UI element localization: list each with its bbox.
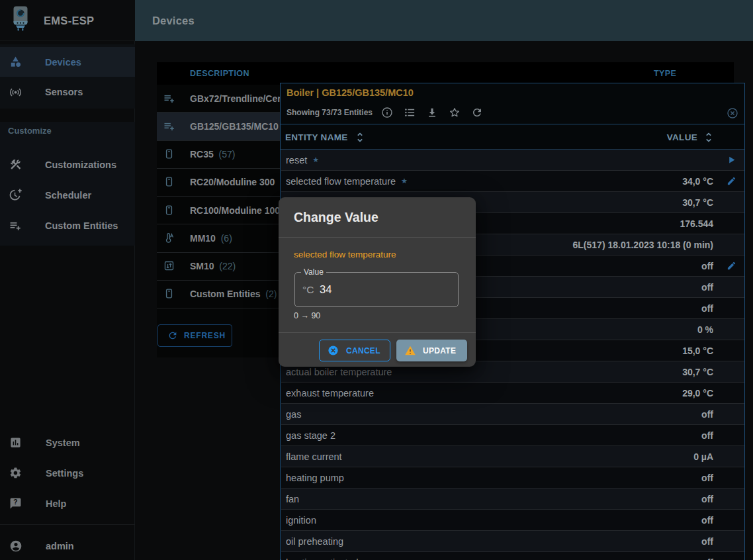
svg-text:?: ? — [13, 498, 17, 506]
